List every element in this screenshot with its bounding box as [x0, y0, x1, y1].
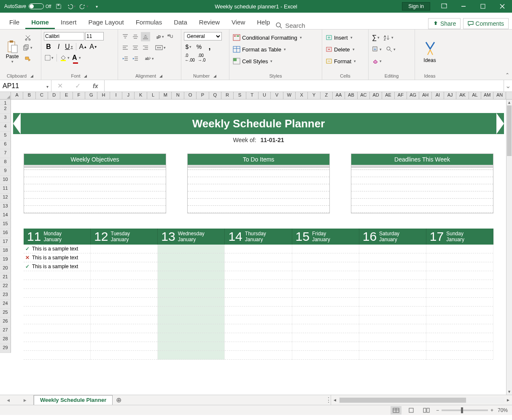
clipboard-dialog-launcher[interactable]: ◢ — [29, 73, 34, 78]
calendar-cell[interactable] — [158, 315, 224, 324]
column-header[interactable]: O — [184, 92, 197, 99]
calendar-cell[interactable] — [158, 324, 224, 333]
calendar-cell[interactable] — [426, 342, 493, 351]
calendar-day-column[interactable] — [426, 245, 493, 360]
calendar-cell[interactable] — [359, 307, 426, 315]
calendar-cell[interactable] — [292, 271, 359, 280]
sort-filter-icon[interactable]: AZ — [383, 33, 394, 42]
font-name-select[interactable] — [44, 32, 84, 40]
increase-indent-icon[interactable] — [131, 54, 140, 63]
collapse-ribbon-icon[interactable]: ⌃ — [505, 72, 509, 78]
calendar-cell[interactable] — [426, 245, 493, 253]
tab-scroll-first-icon[interactable]: ◄ — [6, 398, 11, 403]
column-header[interactable]: Z — [321, 92, 333, 99]
row-header[interactable]: 11 — [0, 185, 11, 194]
percent-style-icon[interactable]: % — [194, 42, 204, 51]
row-header[interactable]: 19 — [0, 256, 11, 264]
increase-font-icon[interactable]: A▲ — [78, 42, 88, 51]
row-header[interactable]: 12 — [0, 194, 11, 202]
calendar-day-column[interactable] — [292, 245, 359, 360]
column-header[interactable]: W — [283, 92, 296, 99]
font-color-icon[interactable]: A — [71, 53, 82, 62]
row-header[interactable]: 14 — [0, 211, 11, 220]
calendar-cell[interactable] — [91, 315, 157, 324]
calendar-cell[interactable] — [158, 271, 224, 280]
column-header[interactable]: G — [85, 92, 97, 99]
calendar-cell[interactable] — [225, 351, 291, 360]
new-sheet-button[interactable]: ⊕ — [113, 395, 124, 405]
zoom-in-icon[interactable]: + — [490, 407, 493, 413]
autosave-toggle[interactable]: AutoSave Off — [4, 3, 51, 9]
column-header[interactable]: Q — [209, 92, 221, 99]
align-left-icon[interactable] — [121, 43, 130, 52]
format-painter-icon[interactable] — [22, 53, 33, 62]
column-header[interactable]: K — [135, 92, 147, 99]
row-header[interactable]: 25 — [0, 309, 11, 318]
calendar-cell[interactable] — [225, 289, 291, 298]
column-header[interactable]: J — [122, 92, 135, 99]
column-header[interactable]: C — [36, 92, 48, 99]
alignment-dialog-launcher[interactable]: ◢ — [159, 73, 164, 78]
calendar-cell[interactable] — [292, 262, 359, 271]
wrap-text-icon[interactable]: ab — [166, 32, 175, 41]
row-header[interactable]: 17 — [0, 238, 11, 247]
orientation-icon[interactable]: ab — [154, 32, 165, 41]
autosum-icon[interactable]: ∑ — [371, 33, 380, 42]
calendar-day-column[interactable] — [91, 245, 158, 360]
column-header[interactable]: AA — [333, 92, 345, 99]
column-header[interactable]: E — [60, 92, 73, 99]
align-middle-icon[interactable] — [131, 32, 140, 41]
calendar-cell[interactable] — [225, 307, 291, 315]
calendar-cell[interactable] — [24, 351, 90, 360]
comma-style-icon[interactable]: , — [205, 42, 214, 51]
calendar-cell[interactable] — [359, 324, 426, 333]
cut-icon[interactable] — [22, 33, 33, 42]
column-header[interactable]: N — [172, 92, 184, 99]
bold-button[interactable]: B — [44, 42, 53, 51]
number-dialog-launcher[interactable]: ◢ — [212, 73, 217, 78]
calendar-cell[interactable] — [292, 315, 359, 324]
calendar-cell[interactable] — [359, 262, 426, 271]
calendar-cell[interactable] — [426, 351, 493, 360]
zoom-slider[interactable]: − + — [436, 407, 493, 413]
fill-icon[interactable] — [371, 45, 383, 54]
clear-icon[interactable] — [371, 57, 383, 66]
calendar-day-column[interactable]: ✓This is a sample text✕This is a sample … — [24, 245, 91, 360]
worksheet-area[interactable]: 1234567891011121314151617181920212223242… — [0, 100, 512, 395]
row-header[interactable]: 18 — [0, 247, 11, 256]
column-header[interactable]: L — [147, 92, 159, 99]
column-header[interactable]: AB — [345, 92, 357, 99]
calendar-cell[interactable] — [225, 315, 291, 324]
row-header[interactable]: 9 — [0, 167, 11, 176]
calendar-cell[interactable] — [292, 324, 359, 333]
tab-scroll-last-icon[interactable]: ► — [23, 398, 27, 403]
calendar-cell[interactable] — [359, 280, 426, 289]
row-header[interactable]: 26 — [0, 318, 11, 326]
column-header[interactable]: R — [221, 92, 234, 99]
conditional-formatting-button[interactable]: Conditional Formatting — [232, 33, 319, 42]
calendar-cell[interactable] — [225, 253, 291, 262]
calendar-cell[interactable] — [24, 271, 90, 280]
column-header[interactable]: AD — [370, 92, 382, 99]
cancel-formula-icon[interactable]: ✕ — [57, 82, 63, 90]
column-header[interactable]: AF — [395, 92, 407, 99]
calendar-cell[interactable] — [292, 253, 359, 262]
calendar-cell[interactable] — [158, 351, 224, 360]
calendar-cell[interactable] — [158, 307, 224, 315]
tab-insert[interactable]: Insert — [55, 16, 83, 29]
decrease-decimal-icon[interactable]: .00→.0 — [197, 53, 206, 62]
calendar-cell[interactable] — [91, 280, 157, 289]
row-header[interactable]: 3 — [0, 114, 11, 123]
row-header[interactable]: 24 — [0, 300, 11, 309]
row-header[interactable]: 7 — [0, 149, 11, 158]
find-select-icon[interactable] — [385, 45, 396, 54]
column-header[interactable]: AH — [419, 92, 431, 99]
calendar-cell[interactable] — [426, 262, 493, 271]
column-header[interactable]: P — [197, 92, 209, 99]
calendar-cell[interactable] — [359, 315, 426, 324]
tab-file[interactable]: File — [3, 16, 25, 29]
format-cells-button[interactable]: Format — [325, 57, 366, 66]
copy-icon[interactable] — [22, 43, 33, 52]
tab-data[interactable]: Data — [168, 16, 193, 29]
row-header[interactable]: 13 — [0, 202, 11, 211]
